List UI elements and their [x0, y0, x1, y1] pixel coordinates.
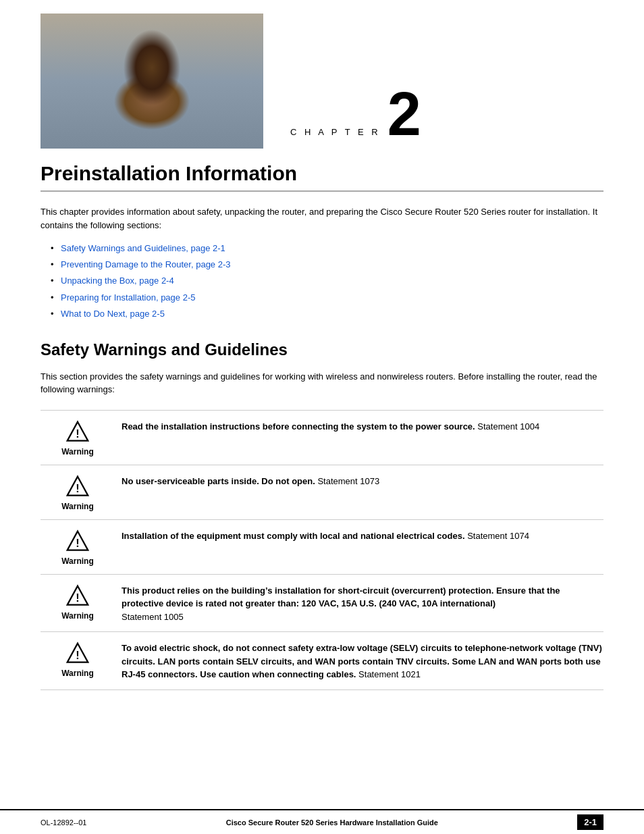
warning-block-1: ! Warning Read the installation instruct…	[41, 410, 603, 465]
warning-label-3: Warning	[61, 556, 94, 566]
warning-left-2: ! Warning	[41, 473, 122, 511]
warning-icon-1: !	[65, 420, 90, 444]
toc-link-3[interactable]: Unpacking the Box, page 2-4	[61, 276, 174, 286]
toc-link-4[interactable]: Preparing for Installation, page 2-5	[61, 292, 195, 303]
toc-link-2[interactable]: Preventing Damage to the Router, page 2-…	[61, 259, 231, 269]
warning-left-5: ! Warning	[41, 640, 122, 678]
page-footer: OL-12892--01 Cisco Secure Router 520 Ser…	[0, 809, 644, 834]
chapter-text-block: C H A P T E R 2	[290, 87, 421, 142]
warning-left-4: ! Warning	[41, 583, 122, 621]
warning-bold-4: This product relies on the building’s in…	[122, 585, 560, 609]
statement-3: Statement 1074	[467, 531, 529, 541]
safety-intro: This section provides the safety warning…	[41, 370, 603, 396]
warning-block-4: ! Warning This product relies on the bui…	[41, 574, 603, 632]
page: C H A P T E R 2 Preinstallation Informat…	[0, 0, 644, 834]
svg-text:!: !	[76, 592, 79, 604]
warning-content-3: Installation of the equipment must compl…	[122, 528, 603, 543]
warning-content-2: No user-serviceable parts inside. Do not…	[122, 473, 603, 488]
toc-item-5: What to Do Next, page 2-5	[61, 308, 603, 320]
statement-1: Statement 1004	[477, 421, 539, 432]
statement-2: Statement 1073	[317, 476, 379, 486]
svg-text:!: !	[76, 537, 79, 549]
content-area: This chapter provides information about …	[0, 205, 644, 690]
toc-link-1[interactable]: Safety Warnings and Guidelines, page 2-1	[61, 243, 225, 253]
toc-item-3: Unpacking the Box, page 2-4	[61, 275, 603, 287]
chapter-label-area: C H A P T E R 2	[263, 87, 603, 149]
svg-text:!: !	[76, 427, 79, 440]
toc-link-5[interactable]: What to Do Next, page 2-5	[61, 309, 165, 319]
warning-bold-2: No user-serviceable parts inside. Do not…	[122, 476, 315, 486]
warning-left-1: ! Warning	[41, 419, 122, 457]
svg-text:!: !	[76, 650, 79, 662]
chapter-word: C H A P T E R	[290, 127, 381, 137]
statement-4: Statement 1005	[122, 612, 184, 622]
page-title-section: Preinstallation Information	[0, 149, 644, 192]
warning-content-4: This product relies on the building’s in…	[122, 583, 603, 624]
header-area: C H A P T E R 2	[0, 0, 644, 149]
warning-left-3: ! Warning	[41, 528, 122, 566]
chapter-number: 2	[387, 87, 421, 142]
chapter-image	[41, 14, 263, 149]
warning-icon-3: !	[65, 529, 90, 554]
warning-bold-3: Installation of the equipment must compl…	[122, 531, 465, 541]
warning-icon-2: !	[65, 475, 90, 499]
svg-text:!: !	[76, 482, 79, 494]
warning-icon-4: !	[65, 584, 90, 608]
person-photo	[41, 14, 263, 149]
warning-content-5: To avoid electric shock, do not connect …	[122, 640, 603, 681]
intro-paragraph: This chapter provides information about …	[41, 205, 603, 232]
warning-icon-5: !	[65, 642, 90, 666]
page-title: Preinstallation Information	[41, 162, 603, 185]
warning-block-5: ! Warning To avoid electric shock, do no…	[41, 631, 603, 690]
warning-bold-1: Read the installation instructions befor…	[122, 421, 475, 432]
toc-item-4: Preparing for Installation, page 2-5	[61, 292, 603, 304]
warning-label-1: Warning	[61, 447, 94, 457]
warning-block-3: ! Warning Installation of the equipment …	[41, 519, 603, 574]
warning-content-1: Read the installation instructions befor…	[122, 419, 603, 434]
footer-guide-title: Cisco Secure Router 520 Series Hardware …	[226, 818, 438, 827]
title-divider	[41, 190, 603, 192]
statement-5: Statement 1021	[358, 669, 421, 679]
warning-block-2: ! Warning No user-serviceable parts insi…	[41, 465, 603, 519]
toc-item-1: Safety Warnings and Guidelines, page 2-1	[61, 242, 603, 255]
toc-item-2: Preventing Damage to the Router, page 2-…	[61, 259, 603, 271]
warning-label-4: Warning	[61, 611, 94, 621]
safety-section-title: Safety Warnings and Guidelines	[41, 340, 603, 359]
warning-label-5: Warning	[61, 669, 94, 678]
toc-list: Safety Warnings and Guidelines, page 2-1…	[61, 242, 603, 320]
footer-doc-number: OL-12892--01	[41, 818, 87, 827]
warning-label-2: Warning	[61, 502, 94, 511]
footer-page-number: 2-1	[577, 814, 603, 830]
